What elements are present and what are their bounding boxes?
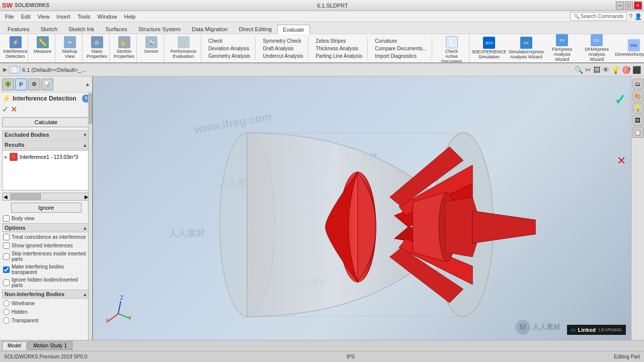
symmetry-button[interactable]: Symmetry Check <box>261 38 305 44</box>
floworks-button[interactable]: FX FloXpressAnalysis Wizard <box>546 34 579 62</box>
motion-study-tab[interactable]: Motion Study 1 <box>28 341 72 350</box>
coincidence-checkbox[interactable] <box>3 234 10 240</box>
help-icon[interactable]: ? <box>629 13 632 20</box>
body-view-row: Body view <box>2 215 90 222</box>
results-scrollbar-h[interactable]: ◀ ▶ <box>2 193 90 201</box>
tab-evaluate[interactable]: Evaluate <box>277 25 310 34</box>
curvature-button[interactable]: Curvature <box>373 38 429 44</box>
view-more-btn[interactable]: ⬛ <box>632 66 641 74</box>
parting-button[interactable]: Parting Line Analysis <box>313 53 364 59</box>
user-icon[interactable]: 👤 <box>634 13 642 20</box>
interference-detection-button[interactable]: ⚡ InterferenceDetection <box>1 35 29 60</box>
panel-header: ⚡ Interference Detection ? <box>2 95 90 103</box>
check-active-icon: 📄 <box>446 36 458 48</box>
maximize-button[interactable]: □ <box>625 2 633 10</box>
performance-button[interactable]: ⚡ PerformanceEvaluation <box>169 35 199 60</box>
3dexperience-button[interactable]: 3DX 3DEXPERIENCESimulation <box>471 36 507 61</box>
result-item-1[interactable]: ▶ 🔴 Interference1 - 123.03in^3 <box>4 152 89 162</box>
view-apply-btn[interactable]: 🎯 <box>622 66 630 74</box>
right-btn-4[interactable]: 🖼 <box>632 115 643 126</box>
tab-sketch[interactable]: Sketch <box>35 24 63 34</box>
body-view-checkbox[interactable] <box>3 215 10 222</box>
menu-edit[interactable]: Edit <box>18 13 34 21</box>
skip-inside-checkbox[interactable] <box>3 253 10 260</box>
ignore-button[interactable]: Ignore <box>11 203 82 213</box>
draft-button[interactable]: Draft Analysis <box>261 45 305 52</box>
import-button[interactable]: Import Diagnostics <box>373 53 429 59</box>
right-btn-5[interactable]: 📋 <box>632 127 643 138</box>
simulationxpress-button[interactable]: SX SimulationXpressAnalysis Wizard <box>509 36 544 61</box>
nav-arrow[interactable]: ▶ <box>3 66 7 73</box>
right-btn-3[interactable]: 💡 <box>632 103 643 114</box>
menu-help[interactable]: Help <box>121 13 139 21</box>
mass-properties-button[interactable]: ⚖ MassProperties <box>85 35 109 60</box>
calculate-button[interactable]: Calculate <box>2 117 90 127</box>
scroll-thumb[interactable] <box>11 194 41 200</box>
view-display-btn[interactable]: 🖼 <box>593 66 600 74</box>
menu-file[interactable]: File <box>2 13 17 21</box>
accept-button[interactable]: ✓ <box>2 105 9 114</box>
dfmxpress-button[interactable]: DX DFMXpressAnalysis Wizard <box>581 34 613 62</box>
learning-text: LEARNING <box>599 327 622 332</box>
tab-sketch-ink[interactable]: Sketch Ink <box>63 24 100 34</box>
geometry-button[interactable]: Geometry Analysis <box>206 53 252 59</box>
excluded-bodies-section[interactable]: Excluded Bodies ▼ <box>2 130 90 139</box>
make-transparent-checkbox[interactable] <box>3 266 10 273</box>
ignore-hidden-checkbox[interactable] <box>3 280 10 286</box>
minimize-button[interactable]: — <box>616 2 624 10</box>
scroll-left-btn[interactable]: ◀ <box>3 194 9 200</box>
measure-button[interactable]: 📏 Measure <box>32 35 53 55</box>
reject-button[interactable]: ✕ <box>11 105 17 114</box>
compare-button[interactable]: Compare Documents... <box>373 45 429 52</box>
tab-direct-editing[interactable]: Direct Editing <box>233 24 277 34</box>
right-btn-1[interactable]: 🗂 <box>632 78 643 89</box>
section-properties-button[interactable]: 📐 SectionProperties <box>112 35 136 60</box>
xyz-triad: X Y Z <box>103 294 133 325</box>
wireframe-radio[interactable] <box>3 300 10 307</box>
zebra-button[interactable]: Zebra Stripes <box>313 38 364 44</box>
menu-window[interactable]: Window <box>95 13 120 21</box>
search-commands[interactable]: 🔍Search Commands <box>570 12 627 21</box>
markup-button[interactable]: ✏ MarkupView <box>60 35 79 60</box>
view-orientation-btn[interactable]: 🔍 <box>575 66 583 74</box>
feature-tree-icon[interactable]: 🌳 <box>2 78 14 90</box>
tab-surfaces[interactable]: Surfaces <box>100 24 132 34</box>
options-section-header[interactable]: Options ▲ <box>2 223 90 232</box>
dim-expert-icon[interactable]: 📊 <box>41 78 53 90</box>
configuration-icon[interactable]: ⚙ <box>28 78 40 90</box>
panel-scroll-thumb[interactable] <box>89 94 92 124</box>
results-section-header[interactable]: Results ▲ <box>2 140 90 149</box>
driveworks-button[interactable]: DW DriveWorksXpress <box>615 38 644 58</box>
section-label: SectionProperties <box>114 49 134 59</box>
view-hide-btn[interactable]: 👁 <box>602 66 609 74</box>
tab-structure-system[interactable]: Structure System <box>133 24 186 34</box>
transparent-radio[interactable] <box>3 317 10 324</box>
deviation-button[interactable]: Deviation Analysis <box>206 45 252 52</box>
undercut-button[interactable]: Undercut Analysis <box>261 53 305 59</box>
hidden-radio[interactable] <box>3 309 10 315</box>
show-ignored-checkbox[interactable] <box>3 242 10 249</box>
tab-features[interactable]: Features <box>2 24 35 34</box>
right-btn-2[interactable]: 🎨 <box>632 90 643 102</box>
thickness-button[interactable]: Thickness Analysis <box>313 45 364 52</box>
check-button[interactable]: Check <box>206 38 252 44</box>
close-button[interactable]: ✕ <box>634 2 642 10</box>
view-section-btn[interactable]: ✂ <box>585 66 591 74</box>
menu-tools[interactable]: Tools <box>74 13 94 21</box>
model-tab[interactable]: Model <box>2 341 27 350</box>
panel-expand-btn[interactable]: ▲ <box>85 81 90 87</box>
ignore-hidden-label: Ignore hidden bodies/inserted parts <box>12 277 89 288</box>
option-1-row: Treat coincidence as interference <box>2 233 90 241</box>
window-controls[interactable]: — □ ✕ <box>616 2 642 10</box>
view-scene-btn[interactable]: 💡 <box>611 66 620 74</box>
viewport[interactable]: www.ifreg.com 人人素材 人人素材 人人素材 人人素材 <box>93 76 631 340</box>
sensor-button[interactable]: 📡 Sensor <box>142 35 160 55</box>
non-interfering-section-header[interactable]: Non-Interfering Bodies ▲ <box>2 290 90 299</box>
menu-view[interactable]: View <box>35 13 53 21</box>
menu-insert[interactable]: Insert <box>53 13 73 21</box>
sensor-icon: 📡 <box>145 36 157 48</box>
panel-scrollbar-v[interactable] <box>88 93 92 340</box>
property-manager-icon[interactable]: P <box>15 78 27 90</box>
tab-data-migration[interactable]: Data Migration <box>186 24 233 34</box>
check-active-button[interactable]: 📄 Check ActiveDocument <box>437 35 466 62</box>
